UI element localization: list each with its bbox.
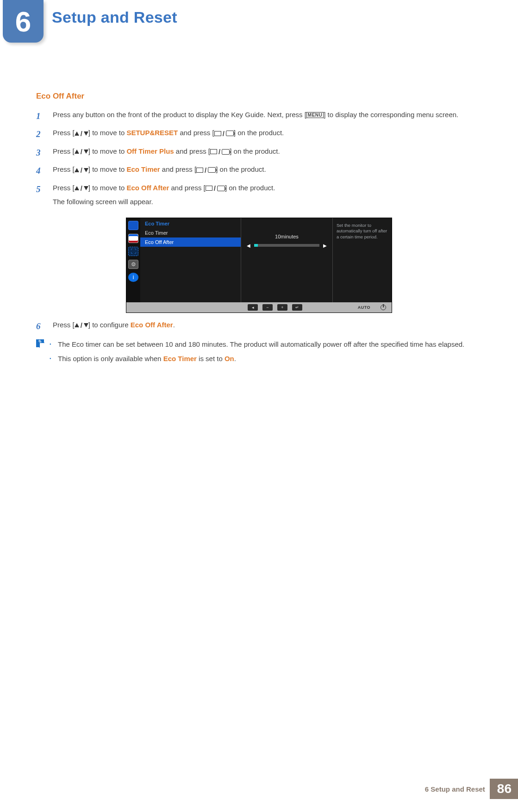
note-icon: ✎ <box>36 339 44 347</box>
step-body: Press [/] to move to Off Timer Plus and … <box>53 146 482 159</box>
up-down-icon: / <box>75 320 88 331</box>
up-down-icon: / <box>75 128 88 139</box>
step-1: 1 Press any button on the front of the p… <box>36 109 482 123</box>
step-number: 2 <box>36 127 44 141</box>
up-down-icon: / <box>75 146 88 157</box>
menu-key-label: MENU <box>306 112 324 118</box>
page-footer: 6 Setup and Reset 86 <box>425 779 518 799</box>
minus-key-icon: − <box>262 304 273 311</box>
step-body: Press [/] to move to SETUP&RESET and pre… <box>53 127 482 141</box>
picture-icon <box>128 234 138 243</box>
monitor-icon <box>128 221 138 230</box>
note-box: ✎ The Eco timer can be set between 10 an… <box>36 339 482 368</box>
right-arrow-icon: ▶ <box>323 243 327 248</box>
step-body: Press any button on the front of the pro… <box>53 109 482 123</box>
osd-value-panel: 10minutes ◀ ▶ <box>241 218 332 302</box>
gear-icon: ⚙ <box>128 260 138 269</box>
keyword: Off Timer Plus <box>126 147 174 155</box>
keyword: On <box>225 355 234 362</box>
osd-menu-item: Eco Timer <box>140 228 241 237</box>
step-4: 4 Press [/] to move to Eco Timer and pre… <box>36 164 482 177</box>
step-list: 1 Press any button on the front of the p… <box>36 109 482 207</box>
step-3: 3 Press [/] to move to Off Timer Plus an… <box>36 146 482 159</box>
keyword: Eco Timer <box>126 165 160 173</box>
step-2: 2 Press [/] to move to SETUP&RESET and p… <box>36 127 482 141</box>
osd-auto-label: AUTO <box>358 305 370 310</box>
step-number: 1 <box>36 109 44 123</box>
size-icon: ⛶ <box>128 247 138 256</box>
left-key-icon: ◂ <box>248 304 258 311</box>
osd-screenshot: ⛶ ⚙ i Eco Timer Eco Timer Eco Off After … <box>126 218 392 313</box>
osd-value-label: 10minutes <box>247 234 327 239</box>
keyword: SETUP&RESET <box>126 129 178 137</box>
step-number: 3 <box>36 146 44 159</box>
left-arrow-icon: ◀ <box>247 243 250 248</box>
osd-bottom-bar: ◂ − + ↵ AUTO <box>126 302 392 312</box>
section-title: Eco Off After <box>36 92 482 101</box>
step-number: 4 <box>36 164 44 177</box>
power-icon <box>381 305 386 310</box>
osd-help-text: Set the monitor to automatically turn of… <box>332 218 392 302</box>
step-extra-text: The following screen will appear. <box>53 196 482 207</box>
note-item: This option is only available when Eco T… <box>50 354 482 364</box>
rect-enter-icon: / <box>206 183 225 194</box>
osd-menu-title: Eco Timer <box>140 218 241 228</box>
step-number: 5 <box>36 182 44 207</box>
step-number: 6 <box>36 319 44 333</box>
osd-menu-item-selected: Eco Off After <box>140 237 241 247</box>
step-6: 6 Press [/] to configure Eco Off After. <box>36 319 482 333</box>
up-down-icon: / <box>75 183 88 194</box>
chapter-badge: 6 <box>3 0 44 43</box>
enter-key-icon: ↵ <box>292 304 302 311</box>
keyword: Eco Timer <box>163 355 197 362</box>
footer-page-number: 86 <box>490 779 518 799</box>
osd-sidebar-icons: ⛶ ⚙ i <box>126 218 140 302</box>
info-icon: i <box>128 273 138 282</box>
rect-enter-icon: / <box>214 128 234 139</box>
chapter-title: Setup and Reset <box>52 8 177 26</box>
plus-key-icon: + <box>277 304 287 311</box>
step-body: Press [/] to move to Eco Timer and press… <box>53 164 482 177</box>
step-body: Press [/] to move to Eco Off After and p… <box>53 182 482 207</box>
keyword: Eco Off After <box>126 184 169 192</box>
footer-chapter-label: 6 Setup and Reset <box>425 785 490 793</box>
step-body: Press [/] to configure Eco Off After. <box>53 319 482 333</box>
osd-slider <box>254 244 319 247</box>
keyword: Eco Off After <box>131 321 173 329</box>
rect-enter-icon: / <box>196 165 216 175</box>
step-5: 5 Press [/] to move to Eco Off After and… <box>36 182 482 207</box>
note-item: The Eco timer can be set between 10 and … <box>50 339 482 350</box>
up-down-icon: / <box>75 165 88 175</box>
rect-enter-icon: / <box>210 146 230 157</box>
osd-menu: Eco Timer Eco Timer Eco Off After <box>140 218 241 302</box>
